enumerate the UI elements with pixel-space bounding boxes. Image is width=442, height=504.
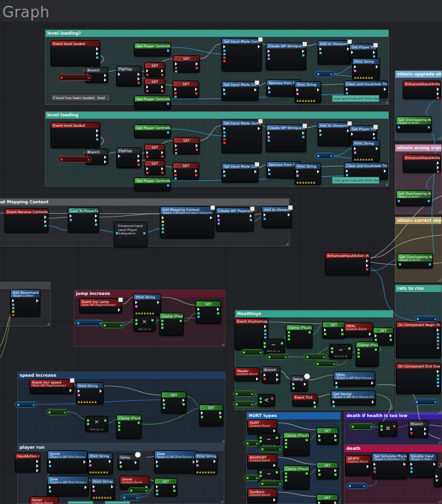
pin[interactable] xyxy=(223,53,226,55)
pin[interactable] xyxy=(254,88,257,92)
pin[interactable] xyxy=(436,479,438,482)
pin[interactable] xyxy=(324,328,326,332)
add-pin-button[interactable]: Add pin ⊕ xyxy=(330,355,352,358)
pin[interactable] xyxy=(273,498,276,502)
pin[interactable] xyxy=(260,471,262,473)
pin[interactable] xyxy=(373,55,375,58)
pin[interactable] xyxy=(264,329,266,332)
pin[interactable]: ▸ xyxy=(64,410,66,415)
node-set[interactable]: SET xyxy=(173,137,200,154)
pin[interactable] xyxy=(268,168,270,172)
node-create-wp-wristpanel-widget[interactable]: Create WP Wristpanel Widget xyxy=(266,124,306,152)
pin[interactable] xyxy=(246,477,249,479)
pin[interactable] xyxy=(70,389,72,392)
pin[interactable] xyxy=(351,51,353,54)
pin[interactable]: ▸ xyxy=(279,481,281,487)
node-set-input-mode-game-only[interactable]: Set Input Mode Game Only xyxy=(222,163,258,183)
pin[interactable] xyxy=(135,305,138,308)
pin[interactable] xyxy=(174,88,177,91)
pin[interactable] xyxy=(318,439,321,441)
pin[interactable] xyxy=(437,328,439,332)
pin[interactable] xyxy=(258,127,260,130)
pin[interactable] xyxy=(162,216,164,219)
variable-pill[interactable]: ▸ xyxy=(314,361,337,367)
pin[interactable] xyxy=(268,136,270,138)
pin[interactable] xyxy=(334,439,337,441)
mini-comment[interactable] xyxy=(105,501,130,504)
variable-pill[interactable]: ▸ xyxy=(75,320,104,326)
pin[interactable] xyxy=(384,169,386,173)
pin[interactable] xyxy=(346,169,348,173)
pin[interactable] xyxy=(296,93,299,95)
pin[interactable] xyxy=(156,460,158,464)
pin[interactable] xyxy=(161,172,163,174)
pin[interactable] xyxy=(85,486,87,489)
pin[interactable] xyxy=(157,301,159,304)
pin[interactable] xyxy=(285,442,287,445)
pin[interactable] xyxy=(416,401,418,403)
pin[interactable] xyxy=(276,373,279,377)
pin[interactable] xyxy=(87,419,89,422)
node-add-to-viewport[interactable]: Add to Viewport xyxy=(318,40,351,65)
node-node[interactable]: ≤ xyxy=(379,422,397,437)
node-print-string[interactable]: Print String▲▲▲▲▲▲▲ xyxy=(352,140,380,162)
pin[interactable]: ▸ xyxy=(136,495,139,501)
node-set-input-mode-game-only[interactable]: Set Input Mode Game Only xyxy=(222,81,258,101)
pin[interactable] xyxy=(95,223,97,226)
pin[interactable] xyxy=(324,333,326,335)
pin[interactable] xyxy=(384,88,386,91)
pin[interactable] xyxy=(433,463,436,466)
node-set[interactable]: SET xyxy=(173,55,200,73)
pin[interactable] xyxy=(197,308,200,311)
variable-pill[interactable]: ▸ xyxy=(315,71,334,77)
pin[interactable] xyxy=(376,65,378,69)
pin[interactable] xyxy=(151,319,154,321)
pin[interactable] xyxy=(288,338,290,340)
pin[interactable] xyxy=(196,149,198,151)
node-set-input-mode-game-and-ui[interactable]: Set Input Mode Game and UI xyxy=(222,120,262,153)
pin[interactable] xyxy=(146,90,148,92)
variable-pill[interactable]: ▸ xyxy=(233,391,255,397)
pin[interactable] xyxy=(336,381,338,385)
variable-pill[interactable]: ▸ xyxy=(233,401,255,407)
pin[interactable] xyxy=(196,464,199,467)
node-set[interactable]: SET xyxy=(144,144,165,159)
node-print-string[interactable]: Print String▲▲▲▲▲▲▲ xyxy=(295,163,321,185)
event-death[interactable]: DEATHCustom Event xyxy=(345,455,371,476)
pin[interactable] xyxy=(254,170,257,173)
pin[interactable] xyxy=(268,86,270,90)
pin[interactable] xyxy=(195,92,197,94)
pin[interactable] xyxy=(374,463,376,466)
pin[interactable] xyxy=(173,485,176,488)
pin[interactable] xyxy=(87,423,89,425)
pin[interactable] xyxy=(428,200,430,202)
pin[interactable] xyxy=(264,342,266,344)
pin[interactable] xyxy=(174,92,177,94)
node-add-mapping-context[interactable]: Add Mapping ContextTarget is Enhanced In… xyxy=(160,206,214,238)
pin[interactable] xyxy=(162,228,164,230)
pin[interactable] xyxy=(410,432,413,434)
pin[interactable] xyxy=(403,463,406,466)
event-enhancedinputaction-ia-interact[interactable]: EnhancedInputAction IA Interact xyxy=(325,252,370,275)
pin[interactable] xyxy=(156,465,158,467)
variable-pill[interactable]: ▸ xyxy=(304,354,327,360)
node-slow[interactable]: SlowTarget is WP First Person Character xyxy=(47,476,89,497)
node-print-string[interactable]: Print String▲▲▲▲▲▲▲ xyxy=(76,382,104,404)
pin[interactable] xyxy=(96,52,98,55)
pin[interactable] xyxy=(437,374,439,377)
node-disable-input[interactable]: Disable InputTarget is Pawn xyxy=(409,453,437,478)
pin[interactable] xyxy=(417,318,419,320)
pin[interactable] xyxy=(437,385,439,387)
pin[interactable] xyxy=(318,469,321,472)
pin[interactable] xyxy=(398,126,400,128)
pin[interactable] xyxy=(334,469,337,472)
pin[interactable] xyxy=(143,232,146,234)
node-get-healer[interactable]: Get HealerTarget is WP First Person Char… xyxy=(331,391,376,406)
variable-pill[interactable]: ▸ xyxy=(346,483,367,489)
event-heal[interactable]: HEALCustom Event xyxy=(344,323,373,338)
node-set[interactable]: SET xyxy=(161,392,186,414)
pin[interactable] xyxy=(258,45,260,48)
pin[interactable] xyxy=(250,214,252,218)
pin[interactable] xyxy=(302,54,304,56)
pin[interactable] xyxy=(95,219,97,222)
